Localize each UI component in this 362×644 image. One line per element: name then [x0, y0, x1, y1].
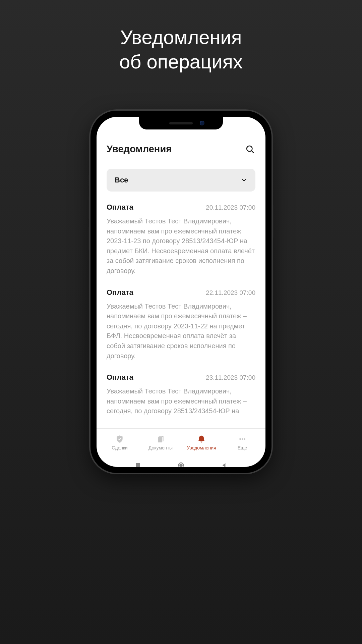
notification-timestamp: 23.11.2023 07:00 [206, 374, 255, 381]
svg-line-1 [251, 151, 253, 153]
filter-dropdown[interactable]: Все [107, 169, 255, 192]
notification-title: Оплата [107, 373, 133, 382]
notification-header: Оплата 23.11.2023 07:00 [107, 373, 255, 382]
hero-line1: Уведомления [119, 25, 243, 50]
nav-home-button[interactable] [177, 461, 185, 467]
notification-timestamp: 22.11.2023 07:00 [206, 289, 255, 297]
tab-label: Уведомления [187, 445, 216, 450]
phone-camera [200, 121, 204, 125]
notification-timestamp: 20.11.2023 07:00 [206, 204, 255, 211]
system-nav-bar [97, 457, 265, 467]
tab-label: Сделки [112, 445, 128, 450]
shield-check-icon [115, 435, 124, 443]
notification-header: Оплата 22.11.2023 07:00 [107, 288, 255, 297]
phone-screen: Уведомления Все [97, 117, 265, 467]
tab-label: Документы [148, 445, 173, 450]
nav-back-button[interactable] [220, 461, 228, 467]
tab-notifications[interactable]: Уведомления [181, 429, 222, 457]
notification-item[interactable]: Оплата 23.11.2023 07:00 Уважаемый Тестов… [107, 373, 255, 416]
notification-header: Оплата 20.11.2023 07:00 [107, 203, 255, 212]
svg-rect-7 [136, 463, 140, 467]
circle-icon [177, 462, 185, 467]
tab-more[interactable]: Еще [222, 429, 263, 457]
more-icon [238, 435, 247, 443]
tab-deals[interactable]: Сделки [99, 429, 140, 457]
notification-title: Оплата [107, 203, 133, 212]
notification-item[interactable]: Оплата 22.11.2023 07:00 Уважаемый Тестов… [107, 288, 255, 361]
documents-icon [156, 435, 165, 443]
bell-icon [197, 435, 206, 443]
tab-bar: Сделки Документы [97, 428, 265, 457]
phone-mockup: Уведомления Все [90, 111, 272, 473]
phone-notch [139, 117, 223, 129]
notification-body: Уважаемый Тестов Тест Владимирович, напо… [107, 216, 255, 276]
svg-point-4 [239, 438, 241, 440]
nav-recents-button[interactable] [134, 461, 142, 467]
tab-label: Еще [238, 445, 247, 450]
notification-body: Уважаемый Тестов Тест Владимирович, напо… [107, 302, 255, 361]
app-container: Уведомления Все [97, 117, 265, 467]
svg-point-9 [180, 464, 182, 466]
notification-title: Оплата [107, 288, 133, 297]
triangle-back-icon [221, 462, 227, 467]
phone-side-button [272, 205, 274, 238]
phone-speaker [169, 122, 193, 124]
square-icon [135, 462, 141, 467]
hero-title: Уведомления об операциях [119, 25, 243, 74]
phone-body: Уведомления Все [90, 111, 272, 473]
content-area: Все Оплата 20.11.2023 07:00 Уважаемый [97, 163, 265, 428]
search-button[interactable] [245, 144, 255, 155]
svg-rect-3 [158, 437, 162, 442]
filter-selected-label: Все [115, 176, 128, 184]
page-title: Уведомления [107, 144, 172, 155]
notification-body: Уважаемый Тестов Тест Владимирович, напо… [107, 386, 255, 416]
tab-documents[interactable]: Документы [140, 429, 181, 457]
notification-item[interactable]: Оплата 20.11.2023 07:00 Уважаемый Тестов… [107, 203, 255, 276]
svg-point-6 [244, 438, 245, 440]
svg-point-5 [242, 438, 243, 440]
hero-line2: об операциях [119, 50, 243, 74]
chevron-down-icon [241, 177, 247, 183]
app-header: Уведомления [97, 137, 265, 163]
search-icon [245, 145, 255, 154]
